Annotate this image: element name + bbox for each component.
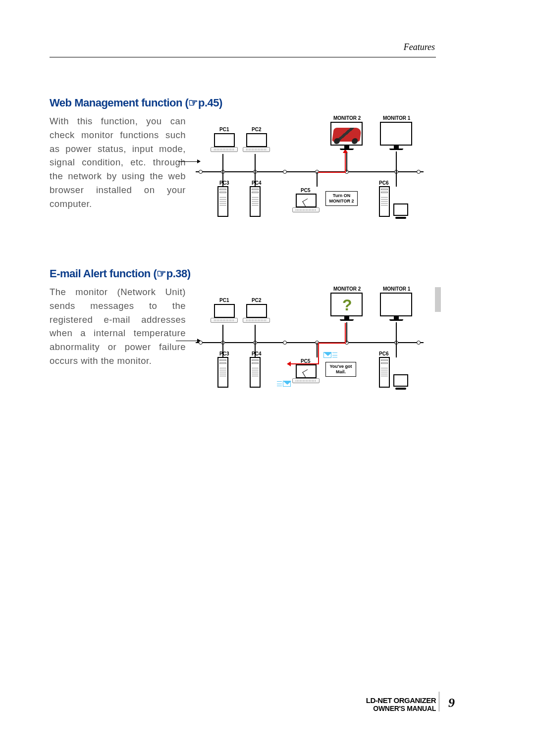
monitor-icon	[330, 122, 363, 152]
body-paragraph: With this function, you can check monito…	[50, 114, 186, 210]
laptop-icon	[292, 364, 320, 385]
page-number-divider	[438, 692, 440, 711]
cursor-icon	[302, 369, 311, 378]
mail-icon	[323, 352, 331, 358]
monitor-icon	[380, 293, 412, 323]
label-pc3: PC3	[219, 351, 229, 356]
label-pc4: PC4	[252, 180, 261, 186]
label-monitor1: MONITOR 1	[383, 115, 410, 121]
label-pc4: PC4	[252, 351, 261, 356]
laptop-icon	[243, 133, 270, 154]
section-email-alert: E-mail Alert function (☞p.38) The monito…	[50, 267, 431, 399]
mail-motion-lines	[277, 381, 282, 386]
hand-pointer-icon: ☞	[188, 97, 198, 109]
network-diagram: PC1 PC2 MONITOR 2 MONITOR 1 PC3 PC4 PC5	[196, 114, 431, 228]
title-page-ref: p.45)	[198, 97, 222, 109]
laptop-icon	[243, 304, 270, 325]
label-pc6: PC6	[379, 180, 388, 186]
section-body: With this function, you can check monito…	[50, 114, 431, 228]
laptop-icon	[292, 194, 320, 214]
tower-icon	[217, 186, 228, 217]
mail-motion-lines	[332, 353, 337, 357]
label-pc6: PC6	[379, 351, 388, 356]
label-monitor1: MONITOR 1	[383, 286, 410, 292]
body-paragraph: The monitor (Network Unit) sends message…	[50, 285, 186, 368]
label-monitor2: MONITOR 2	[333, 115, 361, 121]
race-car-icon	[332, 128, 362, 142]
callout-box: You've got Mail.	[325, 362, 356, 377]
hand-pointer-icon: ☞	[157, 267, 166, 280]
desktop-set-icon	[379, 357, 408, 390]
label-pc1: PC1	[219, 127, 229, 132]
page-footer: LD-NET ORGANIZER OWNER'S MANUAL	[366, 696, 436, 712]
callout-text: Turn ON MONITOR 2	[329, 193, 354, 203]
page-number: 9	[448, 696, 455, 710]
label-pc5: PC5	[301, 188, 310, 193]
label-pc5: PC5	[301, 358, 310, 364]
cursor-icon	[302, 199, 311, 207]
network-diagram: PC1 PC2 MONITOR 2 ? MONITOR 1 PC3 PC4 PC…	[196, 285, 431, 399]
title-text: Web Management function (	[50, 97, 188, 109]
section-body: The monitor (Network Unit) sends message…	[50, 285, 431, 399]
section-title: Web Management function (☞p.45)	[50, 97, 431, 109]
laptop-icon	[211, 304, 238, 325]
footer-product-name: LD-NET ORGANIZER	[366, 696, 436, 705]
question-mark-icon: ?	[342, 296, 352, 314]
title-text: E-mail Alert function (	[50, 267, 157, 280]
tower-icon	[217, 357, 228, 388]
section-title: E-mail Alert function (☞p.38)	[50, 267, 431, 280]
callout-box: Turn ON MONITOR 2	[325, 191, 358, 206]
desktop-set-icon	[379, 186, 408, 219]
title-page-ref: p.38)	[166, 267, 191, 280]
mail-icon	[283, 381, 291, 387]
label-pc2: PC2	[252, 127, 261, 132]
label-pc1: PC1	[219, 298, 229, 303]
header-section-name: Features	[404, 42, 435, 52]
section-web-management: Web Management function (☞p.45) With thi…	[50, 97, 431, 228]
side-tab-indicator	[435, 287, 441, 312]
header-rule	[50, 57, 436, 57]
monitor-icon	[380, 122, 412, 152]
callout-text: You've got Mail.	[330, 364, 352, 374]
label-pc3: PC3	[219, 180, 229, 186]
monitor-icon: ?	[330, 293, 363, 323]
label-monitor2: MONITOR 2	[333, 286, 361, 292]
laptop-icon	[211, 133, 238, 154]
tower-icon	[250, 357, 261, 388]
tower-icon	[250, 186, 261, 217]
footer-manual-label: OWNER'S MANUAL	[366, 705, 436, 712]
label-pc2: PC2	[252, 298, 261, 303]
